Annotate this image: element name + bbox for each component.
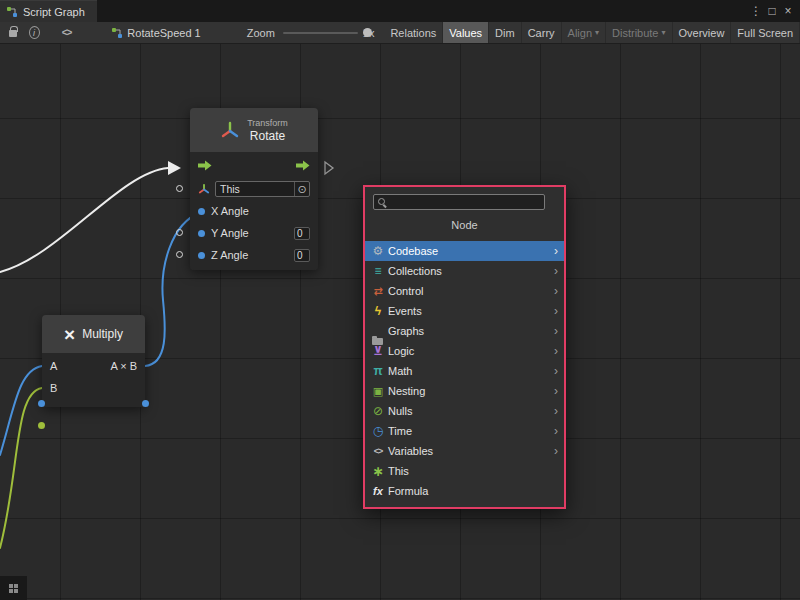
wire-white-flow[interactable] — [0, 168, 168, 272]
control-icon: ⇄ — [370, 283, 386, 299]
multiply-b-row: B — [42, 377, 145, 399]
multiply-output-port[interactable] — [142, 400, 149, 407]
menu-item-nesting[interactable]: ▣ Nesting › — [365, 381, 564, 401]
nesting-icon: ▣ — [370, 383, 386, 399]
menu-item-graphs[interactable]: Graphs › — [365, 321, 564, 341]
multiply-a-port[interactable] — [38, 400, 45, 407]
this-star-icon: ∗ — [370, 463, 386, 479]
multiply-output-label: A × B — [110, 360, 137, 372]
window-close-icon[interactable]: × — [780, 0, 796, 22]
distribute-button[interactable]: Distribute ▾ — [606, 22, 672, 44]
this-dropdown[interactable]: This ⊙ — [215, 181, 310, 197]
menu-item-label: Time — [388, 425, 554, 437]
z-angle-port[interactable] — [176, 251, 183, 258]
chevron-right-icon: › — [554, 384, 558, 398]
fullscreen-button[interactable]: Full Screen — [731, 22, 800, 44]
rotate-node[interactable]: Transform Rotate — [190, 108, 318, 270]
menu-item-nulls[interactable]: ⊘ Nulls › — [365, 401, 564, 421]
overview-button[interactable]: Overview — [673, 22, 732, 44]
zoom-slider-knob[interactable] — [363, 28, 372, 37]
x-angle-port[interactable] — [198, 208, 205, 215]
y-angle-port[interactable] — [176, 229, 183, 236]
this-port-row: This ⊙ — [190, 178, 318, 200]
y-angle-port-row: Y Angle — [190, 222, 318, 244]
zoom-label: Zoom — [247, 27, 275, 39]
graph-toolbar: i <> RotateSpeed 1 Zoom 1x Relations Val… — [0, 22, 800, 44]
carry-button[interactable]: Carry — [522, 22, 562, 44]
window-controls: ⋮ □ × — [748, 0, 800, 22]
chevron-right-icon: › — [554, 364, 558, 378]
chevron-right-icon: › — [554, 344, 558, 358]
multiply-node[interactable]: × Multiply A A × B B — [42, 315, 145, 407]
menu-item-label: This — [388, 465, 558, 477]
menu-item-variables[interactable]: <> Variables › — [365, 441, 564, 461]
menu-item-label: Collections — [388, 265, 554, 277]
menu-item-label: Formula — [388, 485, 558, 497]
menu-item-formula[interactable]: fx Formula — [365, 481, 564, 501]
dim-button[interactable]: Dim — [489, 22, 522, 44]
search-input[interactable] — [388, 196, 542, 208]
multiply-b-port[interactable] — [38, 422, 45, 429]
menu-item-label: Control — [388, 285, 554, 297]
breadcrumb-label: RotateSpeed 1 — [127, 27, 200, 39]
multiply-a-row: A A × B — [42, 355, 145, 377]
time-clock-icon: ◷ — [370, 423, 386, 439]
corner-panel-tab[interactable] — [0, 576, 27, 600]
x-angle-port-row: X Angle — [190, 200, 318, 222]
x-angle-label: X Angle — [211, 205, 249, 217]
menu-item-label: Graphs — [388, 325, 554, 337]
values-button[interactable]: Values — [443, 22, 489, 44]
codebase-icon: ⚙ — [370, 243, 386, 259]
script-graph-icon — [111, 27, 123, 39]
menu-item-logic[interactable]: ⊻ Logic › — [365, 341, 564, 361]
flow-input-port[interactable] — [198, 160, 212, 171]
wire-green-into-b[interactable] — [0, 388, 42, 548]
rotate-node-title: Rotate — [247, 129, 288, 143]
graph-canvas[interactable]: Transform Rotate — [0, 44, 800, 600]
align-button[interactable]: Align ▾ — [562, 22, 606, 44]
chevron-right-icon: › — [554, 284, 558, 298]
zoom-slider[interactable] — [283, 22, 358, 44]
breadcrumb[interactable]: RotateSpeed 1 — [111, 27, 200, 39]
window-maximize-icon[interactable]: □ — [764, 0, 780, 22]
rotate-node-header[interactable]: Transform Rotate — [190, 108, 318, 152]
y-angle-label: Y Angle — [211, 227, 249, 239]
rotate-node-body: This ⊙ X Angle Y Angle Z An — [190, 152, 318, 270]
lock-icon[interactable] — [9, 30, 17, 37]
menu-item-label: Logic — [388, 345, 554, 357]
tab-script-graph[interactable]: Script Graph — [0, 0, 97, 22]
finder-search[interactable] — [373, 194, 545, 210]
menu-item-label: Codebase — [388, 245, 554, 257]
toolbar-buttons: Relations Values Dim Carry Align ▾ Distr… — [384, 22, 800, 44]
menu-item-codebase[interactable]: ⚙ Codebase › — [365, 241, 564, 261]
menu-item-math[interactable]: π Math › — [365, 361, 564, 381]
menu-item-control[interactable]: ⇄ Control › — [365, 281, 564, 301]
menu-item-time[interactable]: ◷ Time › — [365, 421, 564, 441]
chevron-right-icon: › — [554, 424, 558, 438]
z-angle-input[interactable] — [294, 249, 310, 262]
this-dropdown-value: This — [216, 183, 294, 195]
info-icon[interactable]: i — [29, 26, 40, 39]
z-angle-port-dot — [198, 252, 205, 259]
object-picker-icon[interactable]: ⊙ — [294, 182, 309, 196]
chevron-right-icon: › — [554, 264, 558, 278]
nulls-icon: ⊘ — [370, 403, 386, 419]
flow-output-port[interactable] — [296, 160, 310, 171]
tab-title: Script Graph — [23, 6, 85, 18]
code-toggle-icon[interactable]: <> — [62, 27, 72, 38]
y-angle-input[interactable] — [294, 227, 310, 240]
relations-button[interactable]: Relations — [384, 22, 443, 44]
menu-item-this[interactable]: ∗ This — [365, 461, 564, 481]
wire-blue-into-a[interactable] — [0, 366, 42, 455]
multiply-node-header[interactable]: × Multiply — [42, 315, 145, 353]
rotate-node-category: Transform — [247, 118, 288, 129]
window-menu-icon[interactable]: ⋮ — [748, 0, 764, 22]
variables-icon: <> — [370, 443, 386, 459]
events-icon: ϟ — [370, 303, 386, 319]
search-icon — [376, 196, 388, 208]
menu-item-events[interactable]: ϟ Events › — [365, 301, 564, 321]
this-port[interactable] — [176, 185, 183, 192]
menu-item-collections[interactable]: ≡ Collections › — [365, 261, 564, 281]
chevron-right-icon: › — [554, 324, 558, 338]
menu-item-label: Nesting — [388, 385, 554, 397]
